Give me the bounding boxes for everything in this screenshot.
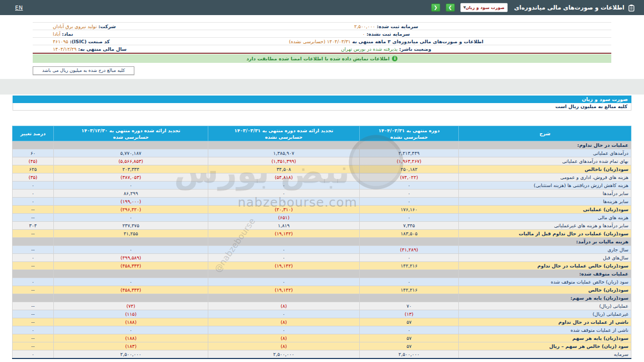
table-row: سال جاری(۴۱,۲۸۹)۰۰--	[13, 246, 631, 254]
cell-v1: ۷,۳۴۵	[360, 222, 459, 230]
cell-desc: بهای تمام شده درآمدهای عملیاتی	[459, 157, 631, 165]
symbol-value: آبادا	[53, 31, 60, 37]
cell-v1: ۱۷۶,۱۶۰	[360, 206, 459, 214]
cell-v1: ۰	[360, 198, 459, 206]
cell-v2: (۱۹,۱۴۲)	[208, 230, 360, 238]
cell-desc: سال جاری	[459, 246, 631, 254]
cell-desc: هزینه کاهش ارزش دریافتنی ها (هزینه استثن…	[459, 182, 631, 190]
cell-v2: ۰	[208, 198, 360, 206]
cell-v3: (۷۴)	[54, 302, 208, 310]
statement-title-bar: صورت سود و زیان	[13, 96, 631, 103]
table-row: سایر درآمدها و هزینه های غیرعملیاتی۷,۳۴۵…	[13, 222, 631, 230]
cell-desc: سایر هزینه‌ها	[459, 198, 631, 206]
table-row: سرمایه۲,۵۰۰,۰۰۰۲,۵۰۰,۰۰۰۲,۵۰۰,۰۰۰۰	[13, 350, 631, 358]
cell-pct: --	[13, 214, 54, 222]
table-row: هزینه های مالی۰(۶۵۱)۰--	[13, 214, 631, 222]
cell-pct: ۰	[13, 326, 54, 334]
fiscal-year-value: ۱۴۰۴/۱۲/۲۹	[53, 46, 76, 52]
cell-pct	[13, 270, 54, 278]
cell-pct: --	[13, 342, 54, 350]
cell-v1	[360, 141, 459, 149]
cell-v1: ۱۸۳,۵۰۵	[360, 230, 459, 238]
publisher-status-row: وضعیت ناشر: پذیرفته شده در بورس تهران سا…	[33, 45, 611, 53]
cell-pct: ۶۰	[13, 149, 54, 157]
header-restated-annual-audit: حسابرسی شده	[54, 134, 208, 140]
cell-desc: عملیاتی (ریال)	[459, 302, 631, 310]
header-current-period: دوره منتهی به ۱۴۰۴/۰۳/۳۱ حسابرسی نشده	[360, 126, 459, 141]
info-icon: i	[392, 56, 397, 61]
cell-v2: (۲۰,۳۱۰)	[208, 206, 360, 214]
cell-pct: --	[13, 318, 54, 326]
cell-v1	[360, 270, 459, 278]
unregistered-capital-label: سرمایه ثبت نشده:	[366, 31, 410, 37]
cell-pct: --	[13, 310, 54, 318]
header-restated-quarter-date: تجدید ارائه شده دوره منتهی به ۱۴۰۳/۰۳/۳۱	[208, 127, 359, 134]
cell-desc: سود(زیان) ناخالص	[459, 165, 631, 173]
cell-v3: ۲,۵۰۰,۰۰۰	[54, 350, 208, 358]
cell-v2: ۲,۵۰۰,۰۰۰	[208, 350, 360, 358]
clipboard-icon	[628, 4, 635, 12]
table-header-row: شرح دوره منتهی به ۱۴۰۴/۰۳/۳۱ حسابرسی نشد…	[13, 126, 631, 141]
cell-v1: ۷۰	[360, 302, 459, 310]
cell-pct: (۴۵)	[13, 157, 54, 165]
cell-desc: عملیات متوقف شده:	[459, 270, 631, 278]
cell-pct: --	[13, 206, 54, 214]
table-row: درآمدهای عملیاتی۲,۲۱۳,۴۴۹۱,۳۸۵,۹۰۷۵,۷۷۰,…	[13, 149, 631, 157]
cell-desc: هزینه مالیات بر درآمد:	[459, 238, 631, 246]
cell-v2: ۰	[208, 326, 360, 334]
symbol-label: نماد:	[62, 31, 73, 37]
symbol-row: سرمایه ثبت نشده: ۰ نماد: آبادا	[33, 30, 611, 38]
cell-v3: (۳۸۷,۰۵۳)	[54, 173, 208, 182]
cell-v1: ۵۷	[360, 342, 459, 350]
cell-v3: ۴۱,۲۵۵	[54, 230, 208, 238]
cell-v1: (۷۴,۰۲۲)	[360, 173, 459, 182]
header-desc: شرح	[459, 126, 631, 141]
cell-desc: هزینه های مالی	[459, 214, 631, 222]
cell-pct: ۶۲۵	[13, 165, 54, 173]
company-label: شرکت:	[98, 24, 116, 29]
unit-row: کلیه مبالغ درج شده به میلیون ریال می باش…	[0, 63, 644, 75]
table-row: هزینه کاهش ارزش دریافتنی ها (هزینه استثن…	[13, 182, 631, 190]
cell-v3: (۲۹۶,۴۲۰)	[54, 206, 208, 214]
cell-desc: درآمدهای عملیاتی	[459, 149, 631, 157]
pnl-table-zone: شرح دوره منتهی به ۱۴۰۴/۰۳/۳۱ حسابرسی نشد…	[13, 126, 631, 359]
cell-v3: (۱۸۸)	[54, 334, 208, 342]
next-statement-button[interactable]: ❯	[446, 4, 455, 12]
header-current-period-audit: حسابرسی نشده	[360, 134, 458, 140]
section-row: هزینه مالیات بر درآمد:	[13, 238, 631, 246]
cell-v2: ۳۴,۵۰۸	[208, 165, 360, 173]
table-row: سود(زیان) عملیاتی۱۷۶,۱۶۰(۲۰,۳۱۰)(۲۹۶,۴۲۰…	[13, 206, 631, 214]
amounts-unit-button[interactable]: کلیه مبالغ درج شده به میلیون ریال می باش…	[33, 66, 134, 75]
cell-v3: ۰	[54, 214, 208, 222]
unregistered-capital-value: ۰	[362, 31, 365, 37]
signature-match-text: اطلاعات نمایش داده شده با اطلاعات امضا ش…	[247, 56, 390, 61]
cell-desc: ناشی از عملیات متوقف شده	[459, 326, 631, 334]
cell-v1: (۱,۹۶۳,۲۶۷)	[360, 157, 459, 165]
cell-v3	[54, 141, 208, 149]
statement-dropdown[interactable]: صورت سود و زیان ▼	[460, 3, 508, 12]
table-row: سود(زیان) ناخالص۲۵۰,۱۸۲۳۴,۵۰۸۲۰۳,۳۳۴۶۲۵	[13, 165, 631, 173]
cell-desc: عملیات در حال تداوم:	[459, 141, 631, 149]
table-row: هزینه های فروش، اداری و عمومی(۷۴,۰۲۲)(۵۴…	[13, 173, 631, 182]
cell-v2	[208, 238, 360, 246]
section-row: سود(زیان) پایه هر سهم:	[13, 294, 631, 302]
cell-desc: سود (زیان) خالص عملیات متوقف شده	[459, 278, 631, 286]
cell-v2: ۰	[208, 190, 360, 198]
cell-desc: سود(زیان) خالص	[459, 286, 631, 294]
table-row: غیرعملیاتی (ریال)(۱۳)۰(۱۱۵)--	[13, 310, 631, 318]
table-row: سایر هزینه‌ها۰۰(۱۹۹,۰۰۰)۰	[13, 198, 631, 206]
language-toggle-en[interactable]: EN	[15, 5, 23, 11]
section-row: عملیات در حال تداوم:	[13, 141, 631, 149]
cell-v3: ۰	[54, 278, 208, 286]
cell-v1: ۰	[360, 182, 459, 190]
cell-v2: ۰	[208, 246, 360, 254]
cell-v3	[54, 270, 208, 278]
cell-desc: سال‌های قبل	[459, 254, 631, 262]
cell-desc: هزینه های فروش، اداری و عمومی	[459, 173, 631, 182]
cell-v1	[360, 238, 459, 246]
cell-v3	[54, 238, 208, 246]
cell-v1: ۲۵۰,۱۸۲	[360, 165, 459, 173]
prev-statement-button[interactable]: ❮	[431, 4, 440, 12]
cell-pct: --	[13, 334, 54, 342]
cell-desc: سود(زیان) پایه هر سهم	[459, 334, 631, 342]
